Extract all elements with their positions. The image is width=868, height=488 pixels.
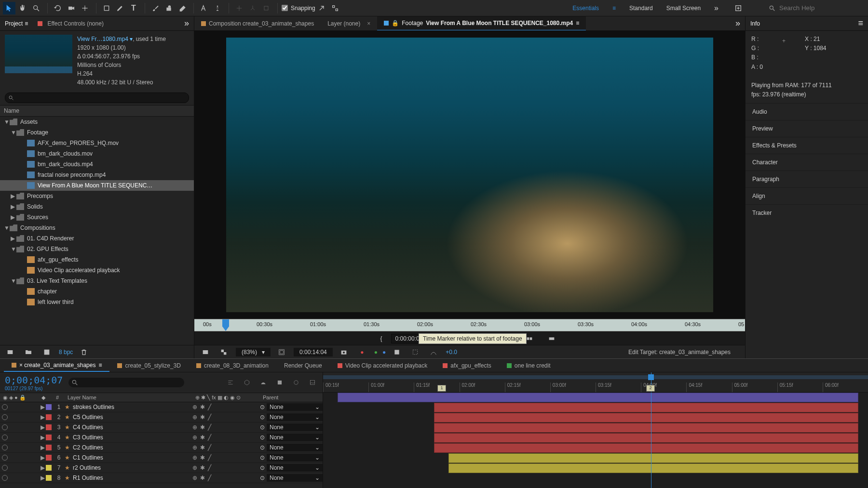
roto-tool-icon[interactable] xyxy=(198,2,210,14)
current-timecode[interactable]: 0;00;04;07 xyxy=(5,374,63,386)
always-preview-icon[interactable] xyxy=(199,346,212,358)
timeline-tab[interactable]: × create_03_animate_shapes ≡ xyxy=(4,359,109,372)
new-comp-icon[interactable] xyxy=(41,346,53,358)
viewport[interactable] xyxy=(194,31,745,319)
project-tab[interactable]: Project ≡ xyxy=(5,20,28,27)
project-tree[interactable]: ▼Assets▼FootageAFX_demo_PRORES_HQ.movbm_… xyxy=(0,117,194,345)
panel-preview[interactable]: Preview xyxy=(746,120,868,137)
tree-item[interactable]: AFX_demo_PRORES_HQ.mov xyxy=(0,138,194,148)
workspace-menu-icon[interactable]: ≡ xyxy=(612,5,616,12)
search-help-input[interactable] xyxy=(779,4,861,12)
timeline-ruler[interactable]: 00:15f01:00f01:15f02:00f02:15f03:00f03:1… xyxy=(323,372,868,393)
asset-thumbnail[interactable] xyxy=(5,35,72,73)
effect-controls-tab[interactable]: Effect Controls (none) xyxy=(38,20,104,27)
snap-opts-icon[interactable] xyxy=(315,2,328,14)
tree-item[interactable]: ▶01. C4D Renderer xyxy=(0,233,194,244)
view-axis-icon[interactable] xyxy=(260,2,272,14)
timeline-tab[interactable]: create_08_3D_animation xyxy=(189,359,276,372)
panel-character[interactable]: Character xyxy=(746,154,868,171)
clone-tool-icon[interactable] xyxy=(163,2,175,14)
set-in-icon[interactable]: { xyxy=(380,335,382,342)
layer-bar[interactable] xyxy=(338,393,858,402)
graph-editor-icon[interactable] xyxy=(307,377,318,388)
layer-row[interactable]: ▶ 1 ★strokes Outlines ⊕✱╱ ⊙None⌄ xyxy=(0,402,323,412)
parent-dropdown[interactable]: None⌄ xyxy=(267,423,323,431)
timeline-tab[interactable]: create_05_stylize_3D xyxy=(109,359,188,372)
eraser-tool-icon[interactable] xyxy=(176,2,189,14)
text-tool-icon[interactable]: T xyxy=(127,2,140,14)
snapping-toggle[interactable]: Snapping xyxy=(282,5,315,12)
transparency-grid-icon[interactable] xyxy=(217,346,230,358)
layer-bar[interactable] xyxy=(434,423,858,433)
close-icon[interactable]: × xyxy=(367,20,370,27)
layer-bar[interactable] xyxy=(448,463,858,473)
layer-row[interactable]: ▶ 5 ★C2 Outlines ⊕✱╱ ⊙None⌄ xyxy=(0,443,323,453)
tree-item[interactable]: chapter xyxy=(0,286,194,297)
workspace-standard[interactable]: Standard xyxy=(629,5,653,12)
project-search[interactable] xyxy=(5,92,189,103)
tree-item[interactable]: ▼Compositions xyxy=(0,223,194,233)
project-col-name[interactable]: Name xyxy=(0,105,194,117)
workspace-overflow-icon[interactable]: » xyxy=(714,4,719,13)
tree-item[interactable]: ▶Precomps xyxy=(0,191,194,201)
info-menu-icon[interactable]: ≡ xyxy=(858,18,863,28)
overlay-edit-icon[interactable] xyxy=(545,332,558,345)
hand-tool-icon[interactable] xyxy=(16,2,29,14)
tree-item[interactable]: bm_dark_clouds.mov xyxy=(0,148,194,159)
pan-behind-tool-icon[interactable] xyxy=(79,2,91,14)
track-area[interactable] xyxy=(323,393,868,488)
parent-dropdown[interactable]: None⌄ xyxy=(267,444,323,451)
layer-row[interactable]: ▶ 8 ★R1 Outlines ⊕✱╱ ⊙None⌄ xyxy=(0,473,323,483)
brush-tool-icon[interactable] xyxy=(149,2,162,14)
info-tab[interactable]: Info xyxy=(750,20,760,27)
tree-item[interactable]: left lower third xyxy=(0,297,194,307)
track-playhead[interactable] xyxy=(651,393,651,488)
layer-row[interactable]: ▶ 4 ★C3 Outlines ⊕✱╱ ⊙None⌄ xyxy=(0,433,323,443)
tree-item[interactable]: ▶Sources xyxy=(0,212,194,223)
local-axis-icon[interactable] xyxy=(233,2,245,14)
panel-audio[interactable]: Audio xyxy=(746,103,868,120)
comp-marker[interactable]: 2 xyxy=(646,385,655,392)
timeline-tab[interactable]: afx_gpu_effects xyxy=(435,359,499,372)
tree-item[interactable]: afx_gpu_effects xyxy=(0,254,194,265)
snap-edges-icon[interactable] xyxy=(329,2,341,14)
tree-item[interactable]: ▼03. Live Text Templates xyxy=(0,276,194,286)
current-time[interactable]: 0:00:14:04 xyxy=(294,348,333,356)
timeline-tab[interactable]: one line credit xyxy=(499,359,558,372)
parent-dropdown[interactable]: None⌄ xyxy=(267,413,323,421)
shy-icon[interactable] xyxy=(258,377,269,388)
viewer-overflow-icon[interactable]: » xyxy=(735,18,745,28)
snapshot-icon[interactable] xyxy=(338,346,350,358)
layer-row[interactable]: ▶ 2 ★C5 Outlines ⊕✱╱ ⊙None⌄ xyxy=(0,412,323,422)
panel-effects-presets[interactable]: Effects & Presets xyxy=(746,137,868,154)
bpc-toggle[interactable]: 8 bpc xyxy=(59,349,73,356)
puppet-tool-icon[interactable] xyxy=(211,2,224,14)
panel-align[interactable]: Align xyxy=(746,187,868,204)
frame-blend-icon[interactable] xyxy=(274,377,285,388)
layer-row[interactable]: ▶ 6 ★C1 Outlines ⊕✱╱ ⊙None⌄ xyxy=(0,453,323,463)
workspace-essentials[interactable]: Essentials xyxy=(572,5,599,12)
parent-dropdown[interactable]: None⌄ xyxy=(267,474,323,482)
tree-item[interactable]: fractal noise precomp.mp4 xyxy=(0,170,194,180)
layer-bar[interactable] xyxy=(434,403,858,412)
safe-zones-icon[interactable] xyxy=(275,346,288,358)
layer-bar[interactable] xyxy=(434,433,858,443)
footage-tab[interactable]: 🔒 Footage View From A Blue Moon TITLE SE… xyxy=(377,16,586,30)
footage-time-ruler[interactable]: 00s00:30s01:00s01:30s02:00s02:30s03:00s0… xyxy=(194,319,745,331)
tree-item[interactable]: bm_dark_clouds.mp4 xyxy=(0,159,194,170)
timeline-search[interactable] xyxy=(68,378,184,387)
tree-item[interactable]: ▼02. GPU Effects xyxy=(0,244,194,254)
layer-list[interactable]: ▶ 1 ★strokes Outlines ⊕✱╱ ⊙None⌄ ▶ 2 ★C5… xyxy=(0,402,323,483)
camera-tool-icon[interactable] xyxy=(65,2,78,14)
trash-icon[interactable] xyxy=(78,346,90,358)
tree-item[interactable]: ▼Assets xyxy=(0,117,194,127)
playhead-icon[interactable] xyxy=(222,319,229,331)
layer-row[interactable]: ▶ 3 ★C4 Outlines ⊕✱╱ ⊙None⌄ xyxy=(0,422,323,433)
panel-tracker[interactable]: Tracker xyxy=(746,204,868,221)
project-overflow-icon[interactable]: » xyxy=(184,18,189,28)
world-axis-icon[interactable] xyxy=(246,2,259,14)
search-help[interactable] xyxy=(769,4,865,12)
roi-icon[interactable] xyxy=(409,346,421,358)
zoom-dropdown[interactable]: (83%) ▾ xyxy=(236,348,271,356)
rotate-tool-icon[interactable] xyxy=(52,2,64,14)
